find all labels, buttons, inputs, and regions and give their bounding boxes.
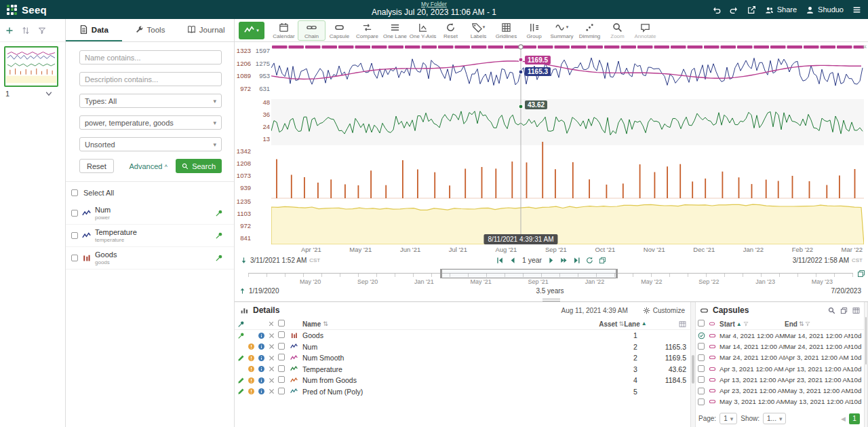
overview-start-date[interactable]: 1/19/2020 xyxy=(249,287,279,295)
overview-start-arrow-icon[interactable] xyxy=(239,287,246,295)
details-row[interactable]: Num 2 1165.3 xyxy=(235,341,690,353)
info-icon[interactable] xyxy=(258,388,265,395)
first-capsule-icon[interactable] xyxy=(496,257,504,264)
datasource-filter-select[interactable]: power, temperature, goods▾ xyxy=(79,115,222,130)
remove-icon[interactable] xyxy=(268,354,275,362)
remove-icon[interactable] xyxy=(268,332,275,339)
details-row[interactable]: Goods 1 xyxy=(235,330,690,341)
capsule-row[interactable]: Mar 14, 2021 12:00 AM Mar 24, 2021 12:00… xyxy=(696,341,864,352)
toolbar-button[interactable]: ▾ Chain xyxy=(298,20,326,41)
item-checkbox[interactable] xyxy=(71,210,78,217)
toolbar-button[interactable]: ▾ Gridlines xyxy=(492,20,520,41)
selection-right-handle[interactable] xyxy=(616,269,618,278)
end-column-header[interactable]: End⇅ xyxy=(785,320,850,328)
row-checkbox[interactable] xyxy=(278,354,285,360)
info-icon[interactable] xyxy=(258,332,265,339)
row-lead-icon[interactable] xyxy=(237,377,245,384)
show-select[interactable]: 1...▾ xyxy=(763,413,786,424)
page-select[interactable]: 1▾ xyxy=(719,413,737,424)
filter-worksheets-icon[interactable] xyxy=(38,26,46,35)
row-checkbox[interactable] xyxy=(278,365,285,372)
capsules-scrollbar[interactable] xyxy=(864,302,868,427)
fit-range-icon[interactable] xyxy=(857,270,865,278)
step-back-icon[interactable] xyxy=(509,257,517,264)
sort-icon[interactable]: ⇅ xyxy=(799,320,804,327)
warning-icon[interactable] xyxy=(248,388,255,395)
seeq-logo-icon[interactable] xyxy=(7,5,17,15)
advanced-link[interactable]: Advanced˄ xyxy=(130,162,168,170)
remove-icon[interactable] xyxy=(268,388,275,395)
toolbar-button[interactable]: ▾ Group xyxy=(520,20,548,41)
sort-asc-icon[interactable]: ▲ xyxy=(736,321,742,327)
info-icon[interactable] xyxy=(258,377,265,384)
details-scrollbar[interactable] xyxy=(690,302,696,427)
share-button[interactable]: Share xyxy=(765,5,797,14)
toolbar-button[interactable]: ▾ Calendar xyxy=(270,20,298,41)
capsules-header-checkbox[interactable] xyxy=(698,320,705,327)
list-item[interactable]: Temperature temperature xyxy=(66,225,234,247)
check-circle-icon[interactable] xyxy=(698,332,705,339)
remove-icon[interactable] xyxy=(268,365,275,373)
range-end[interactable]: 3/11/2022 1:58 AM xyxy=(793,257,849,264)
item-checkbox[interactable] xyxy=(71,255,78,261)
filter-icon[interactable] xyxy=(805,321,810,327)
start-column-header[interactable]: Start▲ xyxy=(719,320,785,328)
sort-icon[interactable]: ⇅ xyxy=(618,320,624,328)
overview-selection-window[interactable] xyxy=(441,269,617,278)
row-checkbox[interactable] xyxy=(278,331,285,338)
sort-worksheets-icon[interactable] xyxy=(22,26,30,35)
toolbar-button[interactable]: ▾ Capsule xyxy=(326,20,353,41)
sort-asc-icon[interactable]: ▲ xyxy=(642,320,647,328)
share-link-icon[interactable] xyxy=(747,5,756,14)
search-button[interactable]: Search xyxy=(176,159,222,173)
warning-icon[interactable] xyxy=(248,377,255,384)
toolbar-button[interactable]: ▾ One Lane xyxy=(381,20,409,41)
capsule-checkbox[interactable] xyxy=(698,365,705,372)
toolbar-button[interactable]: ▾ Dimming xyxy=(576,20,604,41)
remove-icon[interactable] xyxy=(268,377,275,384)
logo-text[interactable]: Seeq xyxy=(22,4,47,16)
toolbar-button[interactable]: ▾ Summary xyxy=(548,20,576,41)
sidebar-tab[interactable]: Tools xyxy=(122,19,178,41)
capsule-checkbox[interactable] xyxy=(698,388,705,394)
row-checkbox[interactable] xyxy=(278,376,285,383)
details-row[interactable]: Pred of Num (Poly) 5 xyxy=(235,386,690,398)
trend-chart[interactable]: 132312061089972 15971275953631 48362413 … xyxy=(235,42,868,254)
user-menu[interactable]: Shuduo xyxy=(806,5,844,14)
list-item[interactable]: Goods goods xyxy=(66,247,234,270)
fast-forward-icon[interactable] xyxy=(560,257,568,264)
capsule-row[interactable]: Apr 23, 2021 12:00 AM May 3, 2021 12:00 … xyxy=(696,385,864,396)
previous-page-icon[interactable]: ◀ xyxy=(841,415,846,422)
capsule-row[interactable]: May 3, 2021 12:00 AM May 13, 2021 12:00 … xyxy=(696,396,864,407)
warning-icon[interactable] xyxy=(248,354,255,362)
refresh-icon[interactable] xyxy=(586,257,593,264)
toolbar-button[interactable]: ▾ Zoom xyxy=(604,20,631,41)
toolbar-button[interactable]: ▾ One Y-Axis xyxy=(409,20,437,41)
columns-icon[interactable] xyxy=(852,307,860,314)
row-checkbox[interactable] xyxy=(278,388,285,394)
chart-plot-area[interactable] xyxy=(271,42,864,244)
sort-select[interactable]: Unsorted▾ xyxy=(79,137,222,151)
redo-icon[interactable] xyxy=(730,5,738,14)
range-duration[interactable]: 1 year xyxy=(522,256,542,264)
worksheet-thumbnail[interactable] xyxy=(4,46,58,87)
scrollbar-thumb[interactable] xyxy=(692,355,694,384)
description-search-input[interactable] xyxy=(79,72,222,86)
overview-track[interactable] xyxy=(248,269,853,278)
overview-end-date[interactable]: 7/20/2023 xyxy=(831,287,862,295)
select-all-checkbox[interactable] xyxy=(71,189,78,196)
toolbar-button[interactable]: ▾ Compare xyxy=(353,20,381,41)
toolbar-button[interactable]: ▾ Reset xyxy=(437,20,465,41)
remove-column-icon[interactable] xyxy=(268,320,275,327)
info-icon[interactable] xyxy=(258,354,265,362)
name-column-header[interactable]: Name⇅ xyxy=(302,320,593,328)
new-worksheet-icon[interactable] xyxy=(5,26,14,35)
scrollbar-thumb[interactable] xyxy=(865,317,867,365)
item-checkbox[interactable] xyxy=(71,232,78,239)
capsule-checkbox[interactable] xyxy=(698,354,705,361)
sort-icon[interactable]: ⇅ xyxy=(323,320,328,327)
toolbar-button[interactable]: ▾ Annotate xyxy=(631,20,659,41)
details-row[interactable]: Temperature 3 43.62 xyxy=(235,364,690,375)
remove-icon[interactable] xyxy=(268,343,275,350)
row-lead-icon[interactable] xyxy=(237,354,245,362)
